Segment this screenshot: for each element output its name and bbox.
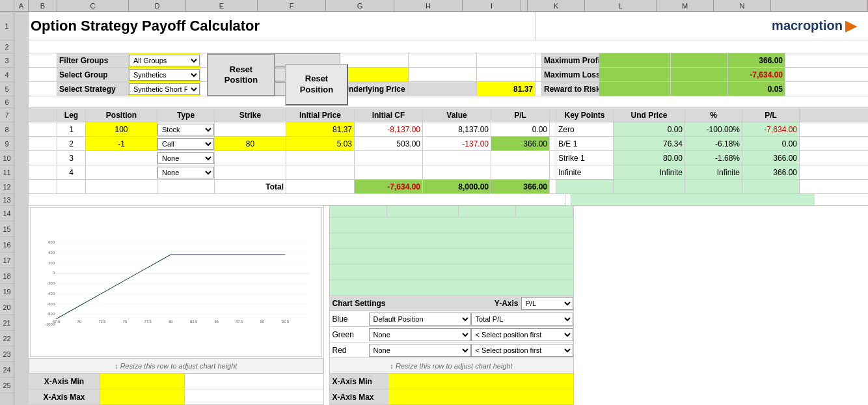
row11-leg4: 4 None Infinite Infinite Infinite 366.00 <box>14 165 868 180</box>
select-strategy-select[interactable]: Synthetic Short Put <box>129 83 200 95</box>
red-right-select[interactable]: < Select position first <box>471 344 573 357</box>
col-header-D: D <box>129 0 186 11</box>
row7-table-headers: Leg Position Type Strike Initial Price I… <box>14 108 868 122</box>
kp1-pct: -100.00% <box>685 122 742 136</box>
rn-17: 17 <box>0 253 14 268</box>
totals-value: 8,000.00 <box>423 180 491 193</box>
th-strike: Strike <box>215 108 286 122</box>
leg2-type[interactable]: Call <box>157 137 215 150</box>
rn-15: 15 <box>0 221 14 237</box>
col-header-F: F <box>258 0 326 11</box>
svg-text:-200: -200 <box>47 281 55 285</box>
blue-right-dropdown[interactable]: Total P/L <box>471 313 573 326</box>
kp-extra-1 <box>330 206 573 217</box>
leg2-type-select[interactable]: Call <box>157 138 214 150</box>
svg-text:400: 400 <box>48 251 55 255</box>
chart-container: 600 400 200 0 -200 -400 -600 -800 -1000 … <box>30 207 322 357</box>
kp-extra-3 <box>330 233 573 249</box>
totals-pl: 366.00 <box>491 180 550 193</box>
underlying-price-label: Underlying Price <box>340 82 409 96</box>
leg4-type-select[interactable]: None <box>157 167 214 178</box>
leg4-pl <box>491 165 550 179</box>
row13-spacer <box>14 194 868 206</box>
kp2-und: 76.34 <box>614 137 685 150</box>
row8-leg1: 1 100 Stock 81.37 -8,137.00 8,137.00 0.0… <box>14 122 868 137</box>
right-x-max-value[interactable] <box>388 389 573 404</box>
leg4-position <box>86 165 157 179</box>
x-axis-max-value[interactable] <box>100 389 185 404</box>
leg4-type[interactable]: None <box>157 165 215 179</box>
green-right-dropdown[interactable]: < Select position first <box>471 328 573 341</box>
underlying-price-value: 81.37 <box>477 82 536 96</box>
resize-row: ↕ Resize this row to adjust chart height <box>29 358 323 374</box>
rn-7: 7 <box>0 108 14 122</box>
blue-select[interactable]: Default Position <box>369 313 471 326</box>
blue-right-select[interactable]: Total P/L <box>471 313 573 326</box>
x-axis-min-value[interactable] <box>100 374 185 389</box>
svg-text:90: 90 <box>260 320 264 324</box>
col-header-G: G <box>326 0 394 11</box>
reset-position-button-overlay[interactable]: ResetPosition <box>285 64 348 105</box>
rn-14: 14 <box>0 206 14 221</box>
col-header-B: B <box>29 0 57 11</box>
leg3-type[interactable]: None <box>157 151 215 165</box>
leg4-num: 4 <box>57 165 86 179</box>
row10-leg3: 3 None Strike 1 80.00 -1.68% 366.00 <box>14 151 868 165</box>
reset-position-button[interactable]: ResetPosition <box>207 53 275 96</box>
x-axis-min-row: X-Axis Min <box>29 374 323 389</box>
col-header-I: I <box>463 0 521 11</box>
leg3-init-price <box>286 151 355 165</box>
col-header-N: N <box>714 0 771 11</box>
chart-settings-label: Chart Settings <box>330 299 492 308</box>
green-right-select[interactable]: < Select position first <box>471 328 573 341</box>
chart-settings-header-row: Chart Settings Y-Axis P/L <box>330 296 573 311</box>
col-header-rest <box>771 0 868 11</box>
filter-groups-dropdown[interactable]: All Groups <box>129 53 200 67</box>
right-xmin-row: X-Axis Min <box>330 374 573 389</box>
blue-dropdown[interactable]: Default Position <box>369 313 471 326</box>
select-group-dropdown[interactable]: Synthetics <box>129 68 200 81</box>
red-dropdown[interactable]: None <box>369 344 471 357</box>
row-numbers: 1 2 3 4 5 6 7 8 9 10 11 12 13 14 15 16 1… <box>0 12 14 405</box>
kp-extra-4 <box>330 249 573 264</box>
leg1-init-price: 81.37 <box>286 122 355 136</box>
leg3-value <box>423 151 491 165</box>
svg-text:200: 200 <box>48 261 55 265</box>
green-select[interactable]: None <box>369 328 471 341</box>
th-initial-cf: Initial CF <box>355 108 423 122</box>
red-right-dropdown[interactable]: < Select position first <box>471 344 573 357</box>
svg-text:-800: -800 <box>47 312 55 316</box>
row4-select-group: Select Group Synthetics Maximum Loss -7,… <box>14 68 868 82</box>
rn-11: 11 <box>0 165 14 180</box>
th-initial-price: Initial Price <box>286 108 355 122</box>
select-group-select[interactable]: Synthetics <box>129 69 200 81</box>
filter-groups-label: Filter Groups <box>57 53 129 67</box>
x-axis-max-row: X-Axis Max <box>29 389 323 405</box>
leg1-type[interactable]: Stock <box>157 122 215 136</box>
logo-area: macroption ▶ <box>535 12 868 40</box>
leg1-num: 1 <box>57 122 86 136</box>
filter-groups-select[interactable]: All Groups <box>129 55 200 66</box>
y-axis-dropdown[interactable]: P/L <box>521 297 573 310</box>
leg2-strike: 80 <box>215 137 286 150</box>
col-header-M: M <box>657 0 714 11</box>
leg1-type-select[interactable]: Stock <box>157 124 214 135</box>
kp4-pl: 366.00 <box>742 165 800 179</box>
right-x-min-value[interactable] <box>388 374 573 389</box>
rn-6: 6 <box>0 96 14 108</box>
red-select[interactable]: None <box>369 344 471 357</box>
svg-text:-400: -400 <box>47 292 55 296</box>
select-strategy-label: Select Strategy <box>57 82 129 96</box>
select-group-label: Select Group <box>57 68 129 81</box>
y-axis-select[interactable]: P/L <box>521 297 573 310</box>
th-pl: P/L <box>491 108 550 122</box>
svg-text:600: 600 <box>48 240 55 244</box>
rn-25: 25 <box>0 378 14 393</box>
green-dropdown[interactable]: None <box>369 328 471 341</box>
kp-th-3: P/L <box>742 108 800 122</box>
col-header-C: C <box>57 0 129 11</box>
col-header-K: K <box>528 0 585 11</box>
reward-risk-value: 0.05 <box>728 82 785 96</box>
leg3-type-select[interactable]: None <box>157 152 214 164</box>
select-strategy-dropdown[interactable]: Synthetic Short Put <box>129 82 200 96</box>
